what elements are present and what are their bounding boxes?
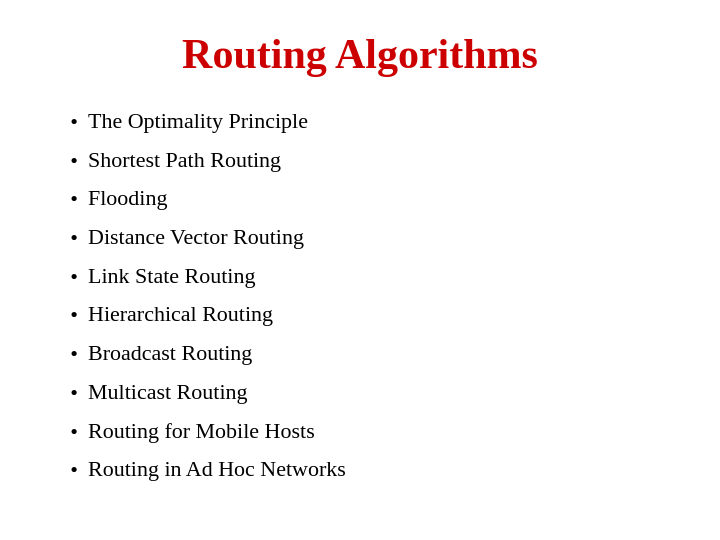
list-item: •Distance Vector Routing — [60, 222, 660, 253]
list-item: •The Optimality Principle — [60, 106, 660, 137]
bullet-text-7: Multicast Routing — [88, 377, 660, 407]
bullet-text-5: Hierarchical Routing — [88, 299, 660, 329]
list-item: •Shortest Path Routing — [60, 145, 660, 176]
slide-title: Routing Algorithms — [60, 30, 660, 78]
slide: Routing Algorithms •The Optimality Princ… — [0, 0, 720, 540]
list-item: •Broadcast Routing — [60, 338, 660, 369]
bullet-dot-icon: • — [60, 416, 88, 447]
bullet-text-8: Routing for Mobile Hosts — [88, 416, 660, 446]
bullet-dot-icon: • — [60, 454, 88, 485]
list-item: •Routing for Mobile Hosts — [60, 416, 660, 447]
bullet-dot-icon: • — [60, 145, 88, 176]
bullet-text-1: Shortest Path Routing — [88, 145, 660, 175]
bullet-text-3: Distance Vector Routing — [88, 222, 660, 252]
bullet-dot-icon: • — [60, 261, 88, 292]
bullet-dot-icon: • — [60, 183, 88, 214]
bullet-dot-icon: • — [60, 299, 88, 330]
bullet-text-0: The Optimality Principle — [88, 106, 660, 136]
bullet-dot-icon: • — [60, 338, 88, 369]
bullet-list: •The Optimality Principle•Shortest Path … — [60, 106, 660, 493]
bullet-dot-icon: • — [60, 377, 88, 408]
bullet-text-2: Flooding — [88, 183, 660, 213]
list-item: •Routing in Ad Hoc Networks — [60, 454, 660, 485]
bullet-dot-icon: • — [60, 106, 88, 137]
bullet-dot-icon: • — [60, 222, 88, 253]
bullet-text-9: Routing in Ad Hoc Networks — [88, 454, 660, 484]
list-item: •Hierarchical Routing — [60, 299, 660, 330]
list-item: •Link State Routing — [60, 261, 660, 292]
list-item: •Multicast Routing — [60, 377, 660, 408]
bullet-text-4: Link State Routing — [88, 261, 660, 291]
list-item: •Flooding — [60, 183, 660, 214]
bullet-text-6: Broadcast Routing — [88, 338, 660, 368]
